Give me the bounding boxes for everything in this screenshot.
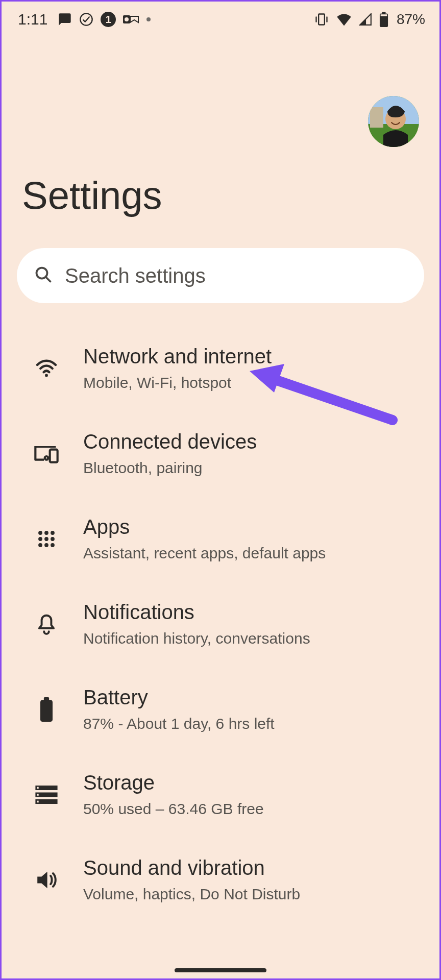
storage-icon xyxy=(32,786,61,804)
bell-icon xyxy=(32,613,61,635)
svg-point-18 xyxy=(38,537,42,541)
svg-point-12 xyxy=(45,374,48,377)
item-title: Apps xyxy=(83,514,419,539)
svg-rect-6 xyxy=(381,14,387,16)
svg-point-15 xyxy=(38,531,42,535)
search-settings[interactable]: Search settings xyxy=(17,248,424,303)
svg-point-22 xyxy=(44,543,48,547)
item-battery[interactable]: Battery 87% - About 1 day, 6 hrs left xyxy=(2,667,439,752)
item-title: Battery xyxy=(83,685,419,709)
cellular-signal-icon xyxy=(359,13,372,26)
devices-icon xyxy=(32,444,61,463)
profile-avatar[interactable] xyxy=(368,96,419,147)
header: Settings xyxy=(2,37,439,217)
navigation-handle[interactable] xyxy=(175,968,266,972)
item-subtitle: Volume, haptics, Do Not Disturb xyxy=(83,884,419,904)
status-bar: 1:11 1 87% xyxy=(2,2,439,37)
svg-point-17 xyxy=(51,531,55,535)
search-placeholder: Search settings xyxy=(65,264,206,287)
apps-grid-icon xyxy=(32,530,61,548)
battery-icon xyxy=(32,697,61,722)
speaker-icon xyxy=(32,870,61,890)
item-connected-devices[interactable]: Connected devices Bluetooth, pairing xyxy=(2,411,439,496)
svg-rect-30 xyxy=(35,799,57,804)
item-network-internet[interactable]: Network and internet Mobile, Wi-Fi, hots… xyxy=(2,326,439,411)
search-icon xyxy=(34,265,53,286)
item-title: Sound and vibration xyxy=(83,855,419,880)
chat-icon xyxy=(58,12,72,27)
item-subtitle: Bluetooth, pairing xyxy=(83,458,419,478)
svg-point-14 xyxy=(45,456,48,460)
outlook-icon xyxy=(123,12,139,27)
more-notifications-dot xyxy=(146,17,151,21)
svg-point-20 xyxy=(51,537,55,541)
svg-point-21 xyxy=(38,543,42,547)
status-clock: 1:11 xyxy=(18,11,47,28)
item-subtitle: 50% used – 63.46 GB free xyxy=(83,799,419,819)
item-title: Notifications xyxy=(83,600,419,624)
svg-point-0 xyxy=(81,13,92,25)
svg-point-19 xyxy=(44,537,48,541)
item-title: Connected devices xyxy=(83,429,419,454)
svg-rect-24 xyxy=(40,700,53,722)
vibrate-icon xyxy=(314,12,329,27)
item-title: Network and internet xyxy=(83,344,419,369)
sync-icon xyxy=(79,12,93,27)
item-storage[interactable]: Storage 50% used – 63.46 GB free xyxy=(2,752,439,837)
notification-count-badge: 1 xyxy=(101,12,116,27)
item-subtitle: Notification history, conversations xyxy=(83,628,419,648)
svg-rect-5 xyxy=(382,12,385,14)
svg-rect-31 xyxy=(37,800,39,802)
svg-point-2 xyxy=(125,17,129,21)
svg-point-16 xyxy=(44,531,48,535)
battery-percent: 87% xyxy=(397,11,425,28)
item-subtitle: 87% - About 1 day, 6 hrs left xyxy=(83,714,419,733)
svg-rect-9 xyxy=(370,107,383,128)
item-title: Storage xyxy=(83,770,419,795)
page-title: Settings xyxy=(22,173,419,217)
wifi-icon xyxy=(32,359,61,378)
item-apps[interactable]: Apps Assistant, recent apps, default app… xyxy=(2,496,439,581)
svg-rect-25 xyxy=(44,697,49,701)
item-notifications[interactable]: Notifications Notification history, conv… xyxy=(2,581,439,667)
wifi-status-icon xyxy=(336,13,352,26)
item-subtitle: Assistant, recent apps, default apps xyxy=(83,543,419,563)
settings-list: Network and internet Mobile, Wi-Fi, hots… xyxy=(2,326,439,922)
svg-rect-26 xyxy=(35,786,57,790)
item-sound-vibration[interactable]: Sound and vibration Volume, haptics, Do … xyxy=(2,837,439,922)
svg-rect-29 xyxy=(37,794,39,796)
svg-rect-28 xyxy=(35,792,57,797)
svg-rect-3 xyxy=(318,14,325,25)
item-subtitle: Mobile, Wi-Fi, hotspot xyxy=(83,373,419,393)
svg-point-23 xyxy=(51,543,55,547)
svg-rect-13 xyxy=(50,449,58,462)
svg-rect-27 xyxy=(37,787,39,789)
battery-status-icon xyxy=(379,12,388,27)
